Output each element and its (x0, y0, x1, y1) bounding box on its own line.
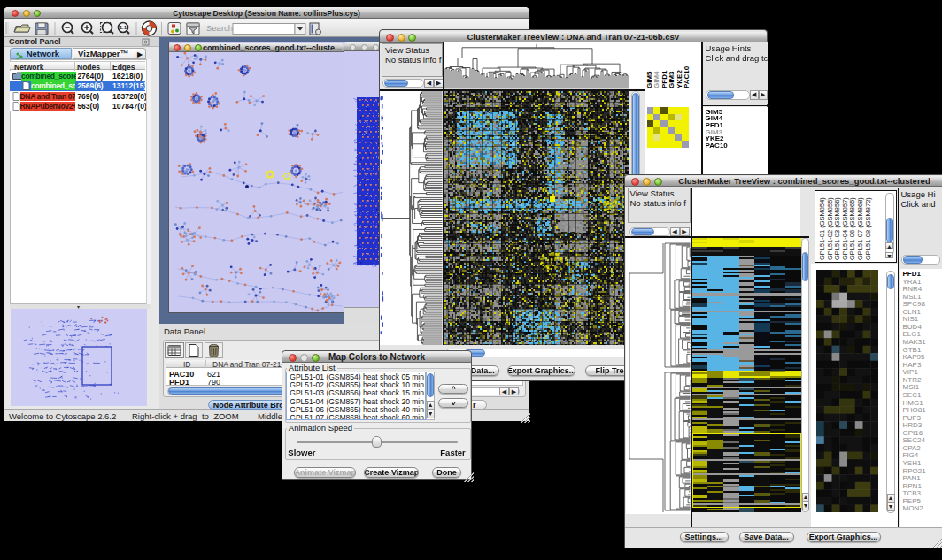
svg-text:1:1: 1:1 (120, 25, 127, 30)
svg-text:Search:: Search: (206, 23, 236, 33)
